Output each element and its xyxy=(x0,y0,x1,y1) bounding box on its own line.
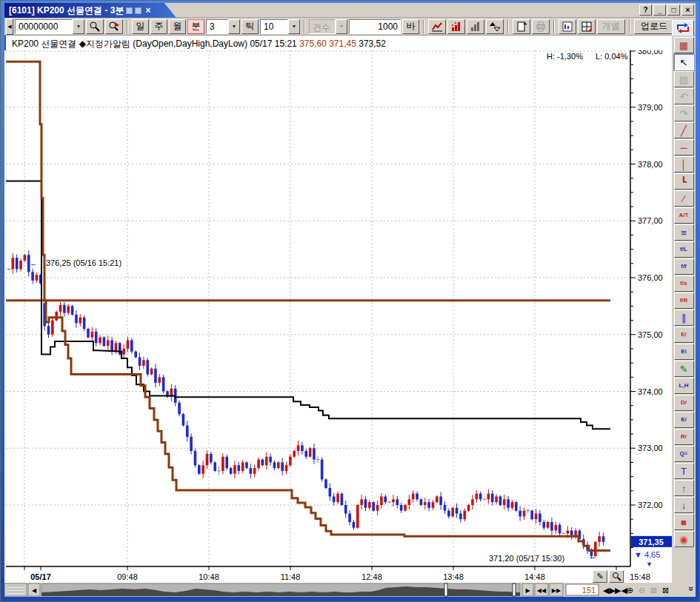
help-button[interactable]: ? xyxy=(639,4,652,16)
arrow-up-marker-icon[interactable]: ↑ xyxy=(674,480,694,496)
svg-text:380,00: 380,00 xyxy=(638,50,663,56)
tick-combo[interactable]: 10 ▼ xyxy=(260,19,300,34)
symbol-combo[interactable]: 00000000 ▼ xyxy=(15,19,84,34)
fibonacci-arc-icon[interactable]: f/x xyxy=(674,275,694,292)
period-week-button[interactable]: 주 xyxy=(150,19,167,34)
go-to-end-icon[interactable]: ▶◀ xyxy=(615,586,627,595)
search-button[interactable] xyxy=(86,19,104,34)
draw-button[interactable]: ✎ xyxy=(593,570,607,583)
elliott-wave-down-icon[interactable]: E\ xyxy=(674,344,694,360)
hatch-range-icon[interactable]: R/ xyxy=(674,429,694,445)
parallel-lines-icon[interactable]: ∥ xyxy=(674,310,694,326)
separator xyxy=(423,20,424,33)
arrow-down-marker-glyph: ↓ xyxy=(681,501,687,510)
history-navigator[interactable]: ◀▶◀◀▶▶151◀▶▶◀⊕⊖⊠⊠ xyxy=(4,583,673,597)
collapse-chevron-icon[interactable]: » xyxy=(687,586,697,592)
svg-text:◀◀: ◀◀ xyxy=(537,587,547,594)
elliott-wave-up-icon[interactable]: E/ xyxy=(674,327,694,343)
square-marker-glyph: ■ xyxy=(681,518,687,527)
chevron-down-icon[interactable]: ▼ xyxy=(228,19,240,34)
grid-view-button[interactable] xyxy=(578,19,596,34)
horizontal-levels-icon[interactable]: ≡ xyxy=(674,224,694,241)
count-input[interactable]: 1000 xyxy=(349,19,401,34)
tab-mini-icon-2[interactable] xyxy=(135,7,141,14)
svg-text:373,00: 373,00 xyxy=(638,444,663,452)
price-chart[interactable]: 380,00379,00378,00377,00376,00375,00374,… xyxy=(4,50,673,584)
close-button[interactable]: × xyxy=(681,4,694,16)
svg-text:378,00: 378,00 xyxy=(638,160,663,169)
window-title-tab[interactable]: [6101] KP200 선물연결 - 3분 × xyxy=(4,3,176,18)
pattern-search-icon[interactable]: ▦ xyxy=(674,37,694,53)
segment-line-glyph: ∕ xyxy=(683,194,684,204)
fibonacci-levels-icon[interactable]: f/L xyxy=(674,241,694,258)
reset-view-icon[interactable]: ⊠ xyxy=(662,586,669,595)
hatch-day-icon[interactable]: D/ xyxy=(674,395,694,411)
sort-button[interactable] xyxy=(486,19,504,34)
minute-combo[interactable]: 3 ▼ xyxy=(206,19,240,34)
text-tool-icon[interactable]: T xyxy=(674,463,694,479)
period-minute-button[interactable]: 분 xyxy=(187,19,204,34)
chevron-down-icon[interactable]: ▼ xyxy=(73,19,84,34)
fibonacci-fan-icon[interactable]: f/f xyxy=(674,258,694,275)
zoom-in-icon[interactable]: ⊕ xyxy=(627,586,633,595)
chevron-down-icon[interactable]: ▼ xyxy=(288,19,300,34)
arrow-down-marker-icon[interactable]: ↓ xyxy=(674,497,694,513)
horizontal-line-icon[interactable]: ─ xyxy=(674,139,694,155)
toolbar-scroll-left-icon[interactable]: ◀ xyxy=(6,19,13,35)
tab-close-icon[interactable]: × xyxy=(145,7,150,14)
svg-text:▼: ▼ xyxy=(646,561,653,568)
horizontal-line-glyph: ─ xyxy=(680,143,687,153)
svg-text:15:48: 15:48 xyxy=(630,572,650,581)
tick-button[interactable]: 틱 xyxy=(241,19,259,34)
square-marker-icon[interactable]: ■ xyxy=(674,514,694,530)
vertical-line-icon[interactable]: │ xyxy=(674,156,694,173)
svg-text:377,00: 377,00 xyxy=(638,216,663,225)
hatch-event-glyph: E/ xyxy=(681,417,687,423)
minute-value[interactable]: 3 xyxy=(206,19,228,34)
count-combo: 건수 ▼ xyxy=(309,19,347,34)
chart-page-icon xyxy=(561,21,573,33)
pencil-draw-glyph: ✎ xyxy=(680,364,688,374)
svg-text:←: ← xyxy=(30,258,38,267)
tab-mini-icon-1[interactable] xyxy=(126,7,133,14)
quote-panel-icon[interactable]: Q≡ xyxy=(674,446,694,462)
period-day-button[interactable]: 일 xyxy=(132,19,149,34)
search-recent-button[interactable] xyxy=(105,19,123,34)
refresh-button[interactable] xyxy=(672,20,694,36)
period-month-button[interactable]: 월 xyxy=(169,19,186,34)
angle-line-icon[interactable]: ┗ xyxy=(674,173,694,190)
minimize-button[interactable]: _ xyxy=(653,4,666,16)
arrow-up-marker-glyph: ↑ xyxy=(681,484,687,493)
tick-value[interactable]: 10 xyxy=(260,19,288,34)
maximize-button[interactable]: □ xyxy=(667,4,680,16)
text-arrow-glyph: A/T xyxy=(679,213,689,218)
trend-line-icon[interactable]: ╱ xyxy=(674,122,694,138)
cursor-select-icon[interactable]: ↖ xyxy=(674,54,694,70)
hatch-event-icon[interactable]: E/ xyxy=(674,412,694,428)
chart-report-button[interactable] xyxy=(559,19,576,34)
fibonacci-retracement-icon[interactable]: f/R xyxy=(674,292,694,309)
new-document-button[interactable] xyxy=(513,19,530,34)
segment-line-icon[interactable]: ∕ xyxy=(674,190,694,207)
window-title: [6101] KP200 선물연결 - 3분 xyxy=(9,4,124,17)
red-bars-icon xyxy=(450,21,462,33)
circle-marker-icon[interactable]: ◉ xyxy=(674,531,694,547)
low-high-marker-icon[interactable]: L,H xyxy=(674,378,694,394)
pan-left-right-icon[interactable]: ◀▶ xyxy=(603,586,616,595)
grey-bars-icon xyxy=(470,21,481,33)
svg-text:▼ 4,65: ▼ 4,65 xyxy=(634,550,660,559)
symbol-name: KP200 선물연결 xyxy=(12,39,76,49)
bar-button[interactable]: 바 xyxy=(402,19,419,34)
print-button xyxy=(532,19,550,34)
volume-chart-button[interactable] xyxy=(447,19,465,34)
upload-button[interactable]: 업로드 xyxy=(634,19,674,34)
histogram-button[interactable] xyxy=(467,19,484,34)
caption-buttons: ? _ □ × xyxy=(639,4,694,16)
pencil-draw-icon[interactable]: ✎ xyxy=(674,361,694,377)
alert-label[interactable]: ◆지정가알림 xyxy=(79,39,130,49)
line-chart-button[interactable] xyxy=(428,19,446,34)
axis-zoom-button[interactable] xyxy=(609,570,624,583)
crop-region-icon: ▧ xyxy=(674,71,694,87)
symbol-value[interactable]: 00000000 xyxy=(15,19,73,34)
text-arrow-icon[interactable]: A/T xyxy=(674,207,694,224)
